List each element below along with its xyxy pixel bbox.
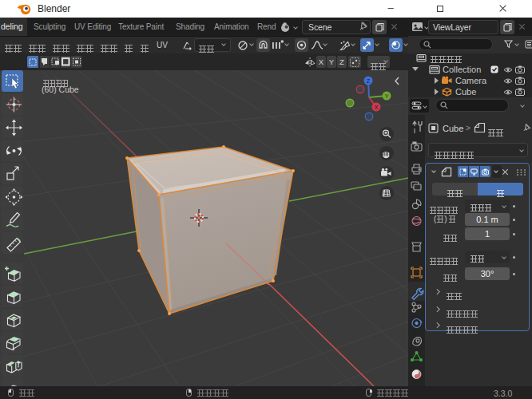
svg-text:X: X [375,105,379,110]
svg-text:Y: Y [385,93,389,99]
svg-text:Z: Z [367,78,371,84]
